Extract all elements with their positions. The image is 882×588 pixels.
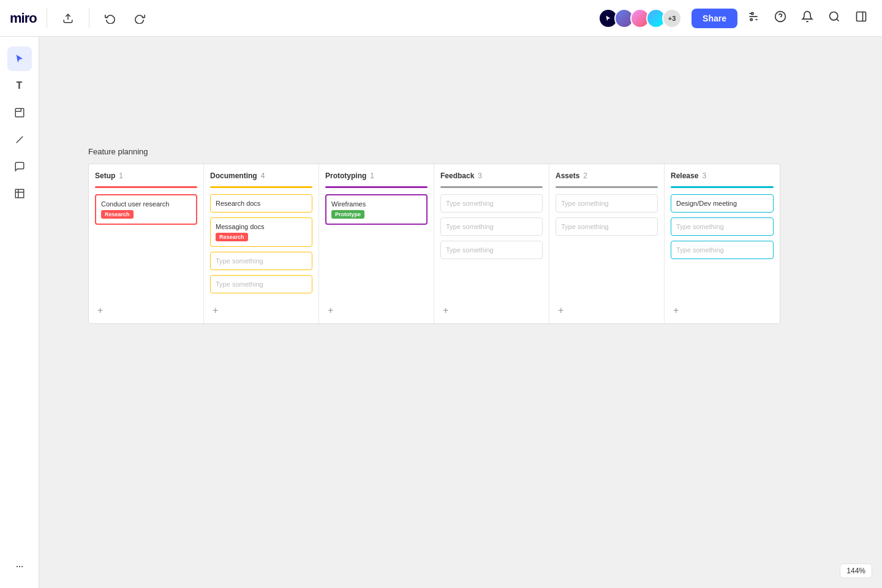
topbar-separator2 bbox=[89, 9, 89, 28]
sidebar-tool-sticky[interactable] bbox=[7, 100, 32, 125]
placeholder-text: Type something bbox=[216, 281, 307, 288]
column-prototyping: Prototyping 1 Wireframes Prototype + bbox=[319, 164, 434, 323]
placeholder-text: Type something bbox=[446, 246, 537, 254]
sidebar-tool-frame[interactable] bbox=[7, 181, 32, 206]
card-placeholder-rel-1[interactable]: Type something bbox=[671, 217, 774, 236]
col-title-prototyping: Prototyping bbox=[325, 172, 366, 180]
card-placeholder-fb-1[interactable]: Type something bbox=[440, 194, 543, 213]
card-wireframes[interactable]: Wireframes Prototype bbox=[325, 194, 428, 225]
topbar: miro bbox=[0, 0, 882, 37]
card-placeholder-as-1[interactable]: Type something bbox=[556, 194, 658, 213]
card-text: Research docs bbox=[216, 200, 307, 207]
tag-research-2: Research bbox=[216, 233, 248, 241]
col-divider-prototyping bbox=[325, 186, 428, 188]
card-text: Conduct user research bbox=[101, 200, 191, 208]
placeholder-text: Type something bbox=[446, 200, 537, 207]
col-count-feedback: 3 bbox=[478, 172, 482, 180]
column-release: Release 3 Design/Dev meeting Type someth… bbox=[665, 164, 780, 323]
sidebar-tool-cursor[interactable] bbox=[7, 47, 32, 71]
card-text: Design/Dev meeting bbox=[676, 200, 768, 207]
card-design-dev-meeting[interactable]: Design/Dev meeting bbox=[671, 194, 774, 213]
col-divider-feedback bbox=[440, 186, 543, 188]
card-placeholder-fb-3[interactable]: Type something bbox=[440, 241, 543, 259]
topbar-separator bbox=[47, 9, 47, 28]
col-count-prototyping: 1 bbox=[370, 172, 374, 180]
card-placeholder-doc-1[interactable]: Type something bbox=[210, 252, 312, 270]
svg-rect-14 bbox=[15, 189, 24, 198]
board-title: Feature planning bbox=[88, 147, 780, 156]
col-header-feedback: Feedback 3 bbox=[440, 172, 543, 180]
tag-prototype: Prototype bbox=[331, 210, 364, 219]
svg-line-13 bbox=[16, 137, 23, 143]
card-placeholder-rel-2[interactable]: Type something bbox=[671, 241, 774, 259]
search-icon[interactable] bbox=[823, 6, 845, 31]
column-feedback: Feedback 3 Type something Type something… bbox=[434, 164, 549, 323]
add-card-setup[interactable]: + bbox=[95, 304, 105, 317]
column-assets: Assets 2 Type something Type something + bbox=[549, 164, 665, 323]
card-placeholder-doc-2[interactable]: Type something bbox=[210, 275, 312, 293]
col-header-prototyping: Prototyping 1 bbox=[325, 172, 428, 180]
add-card-prototyping[interactable]: + bbox=[325, 304, 336, 317]
miro-logo[interactable]: miro bbox=[10, 10, 37, 26]
col-count-setup: 1 bbox=[119, 172, 123, 180]
settings-icon[interactable] bbox=[742, 6, 764, 31]
col-divider-setup bbox=[95, 186, 197, 188]
col-divider-assets bbox=[556, 186, 658, 188]
share-button[interactable]: Share bbox=[692, 9, 737, 28]
col-count-documenting: 4 bbox=[261, 172, 265, 180]
col-title-assets: Assets bbox=[556, 172, 579, 180]
svg-rect-10 bbox=[857, 12, 866, 21]
sidebar-tool-comment[interactable] bbox=[7, 154, 32, 179]
redo-button[interactable] bbox=[129, 7, 151, 29]
col-title-release: Release bbox=[671, 172, 698, 180]
add-card-documenting[interactable]: + bbox=[210, 304, 221, 317]
placeholder-text: Type something bbox=[446, 223, 537, 230]
svg-point-4 bbox=[752, 12, 753, 14]
col-title-documenting: Documenting bbox=[210, 172, 257, 180]
svg-line-9 bbox=[837, 19, 839, 21]
avatar-stack: +3 bbox=[598, 9, 682, 28]
upload-button[interactable] bbox=[57, 7, 79, 29]
svg-point-5 bbox=[750, 18, 752, 20]
undo-button[interactable] bbox=[99, 7, 121, 29]
zoom-indicator: 144% bbox=[840, 564, 872, 578]
card-placeholder-as-2[interactable]: Type something bbox=[556, 217, 658, 236]
card-placeholder-fb-2[interactable]: Type something bbox=[440, 217, 543, 236]
placeholder-text: Type something bbox=[676, 246, 768, 254]
column-setup: Setup 1 Conduct user research Research + bbox=[89, 164, 204, 323]
help-icon[interactable] bbox=[769, 6, 791, 31]
sidebar-tool-text[interactable]: T bbox=[7, 74, 32, 98]
col-title-feedback: Feedback bbox=[440, 172, 474, 180]
col-divider-documenting bbox=[210, 186, 312, 188]
sidebar: T ··· bbox=[0, 37, 39, 588]
card-conduct-user-research[interactable]: Conduct user research Research bbox=[95, 194, 197, 225]
add-card-release[interactable]: + bbox=[671, 304, 681, 317]
column-documenting: Documenting 4 Research docs Messaging do… bbox=[204, 164, 319, 323]
add-card-assets[interactable]: + bbox=[556, 304, 566, 317]
canvas[interactable]: Feature planning Setup 1 Conduct user re… bbox=[39, 37, 882, 588]
card-text: Wireframes bbox=[331, 200, 421, 208]
col-title-setup: Setup bbox=[95, 172, 115, 180]
avatar-extra-count[interactable]: +3 bbox=[662, 9, 682, 28]
kanban-board: Setup 1 Conduct user research Research +… bbox=[88, 164, 780, 324]
topbar-left: miro bbox=[10, 7, 151, 29]
col-header-documenting: Documenting 4 bbox=[210, 172, 312, 180]
card-research-docs[interactable]: Research docs bbox=[210, 194, 312, 213]
sidebar-tool-more[interactable]: ··· bbox=[7, 554, 32, 578]
col-header-release: Release 3 bbox=[671, 172, 774, 180]
col-header-assets: Assets 2 bbox=[556, 172, 658, 180]
col-divider-release bbox=[671, 186, 774, 188]
svg-point-8 bbox=[830, 12, 838, 20]
notification-icon[interactable] bbox=[796, 6, 818, 31]
svg-rect-12 bbox=[15, 108, 24, 117]
card-messaging-docs[interactable]: Messaging docs Research bbox=[210, 217, 312, 247]
board: Feature planning Setup 1 Conduct user re… bbox=[88, 147, 780, 324]
card-text: Messaging docs bbox=[216, 223, 307, 230]
sidebar-tool-line[interactable] bbox=[7, 127, 32, 152]
col-header-setup: Setup 1 bbox=[95, 172, 197, 180]
placeholder-text: Type something bbox=[561, 223, 652, 230]
col-count-release: 3 bbox=[702, 172, 706, 180]
add-card-feedback[interactable]: + bbox=[440, 304, 451, 317]
placeholder-text: Type something bbox=[561, 200, 652, 207]
panel-icon[interactable] bbox=[850, 6, 872, 31]
